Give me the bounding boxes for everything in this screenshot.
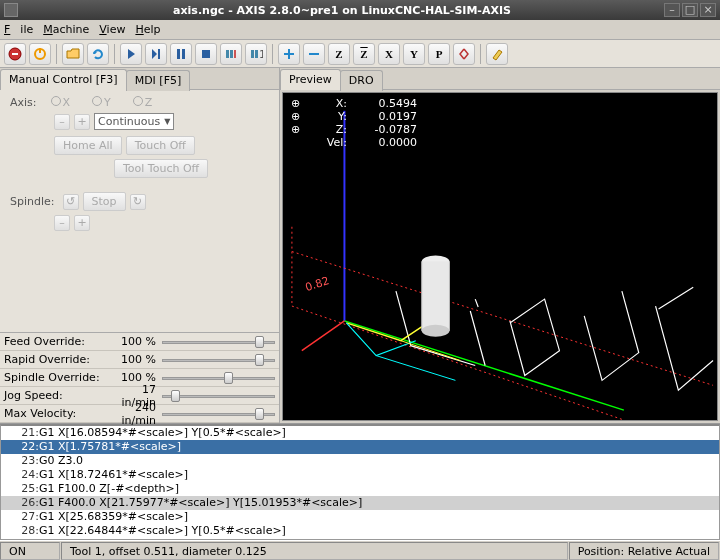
feed-override-value: 100 %: [114, 335, 162, 348]
gcode-line[interactable]: 21: G1 X[16.08594*#<scale>] Y[0.5*#<scal…: [1, 426, 719, 440]
svg-point-28: [422, 325, 450, 337]
run-icon[interactable]: [120, 43, 142, 65]
feed-override-slider[interactable]: [162, 336, 275, 348]
svg-rect-5: [177, 49, 180, 59]
open-file-icon[interactable]: [62, 43, 84, 65]
jog-mode-select[interactable]: Continuous▼: [94, 113, 174, 130]
spindle-override-label: Spindle Override:: [4, 371, 114, 384]
gcode-listing[interactable]: 21: G1 X[16.08594*#<scale>] Y[0.5*#<scal…: [0, 424, 720, 540]
svg-line-21: [292, 306, 624, 420]
statusbar: ON Tool 1, offset 0.511, diameter 0.125 …: [0, 540, 720, 560]
svg-rect-9: [230, 50, 233, 58]
overrides-panel: Feed Override: 100 % Rapid Override: 100…: [0, 332, 279, 423]
axis-label: Axis:: [10, 96, 37, 109]
menu-machine[interactable]: Machine: [43, 23, 89, 36]
jog-minus-button[interactable]: –: [54, 114, 70, 130]
spindle-cw-button[interactable]: ↻: [130, 194, 146, 210]
skip-lines-icon[interactable]: [220, 43, 242, 65]
jog-speed-slider[interactable]: [162, 390, 275, 402]
dro-y-value: 0.0197: [347, 110, 417, 123]
clear-plot-icon[interactable]: [486, 43, 508, 65]
svg-rect-6: [182, 49, 185, 59]
spindle-override-slider[interactable]: [162, 372, 275, 384]
window-titlebar: axis.ngc - AXIS 2.8.0~pre1 on LinuxCNC-H…: [0, 0, 720, 20]
axis-y-radio[interactable]: Y: [92, 96, 111, 109]
view-y-icon[interactable]: Y: [403, 43, 425, 65]
reload-icon[interactable]: [87, 43, 109, 65]
axis-z-radio[interactable]: Z: [133, 96, 153, 109]
estop-icon[interactable]: [4, 43, 26, 65]
zoom-in-icon[interactable]: [278, 43, 300, 65]
max-velocity-label: Max Velocity:: [4, 407, 114, 420]
svg-rect-4: [158, 49, 160, 59]
preview-3d-view[interactable]: 0.82 ⊕X:0.5494 ⊕Y:0.0197 ⊕Z:-0.0787 Vel:…: [282, 92, 718, 421]
home-all-button[interactable]: Home All: [54, 136, 122, 155]
view-rotate-icon[interactable]: [453, 43, 475, 65]
minimize-button[interactable]: –: [664, 3, 680, 17]
tab-preview[interactable]: Preview: [280, 69, 341, 90]
tool-touch-off-button[interactable]: Tool Touch Off: [114, 159, 208, 178]
status-on: ON: [0, 542, 60, 560]
view-x-icon[interactable]: X: [378, 43, 400, 65]
svg-line-18: [344, 321, 623, 410]
svg-rect-27: [422, 261, 450, 330]
zoom-out-icon[interactable]: [303, 43, 325, 65]
jog-speed-label: Jog Speed:: [4, 389, 114, 402]
spindle-minus-button[interactable]: –: [54, 215, 70, 231]
dro-z-value: -0.0787: [347, 123, 417, 136]
svg-rect-12: [255, 50, 258, 58]
svg-line-19: [302, 321, 345, 351]
axis-x-radio[interactable]: X: [51, 96, 71, 109]
step-icon[interactable]: [145, 43, 167, 65]
gcode-line[interactable]: 24: G1 X[18.72461*#<scale>]: [1, 468, 719, 482]
dro-x-value: 0.5494: [347, 97, 417, 110]
svg-rect-10: [234, 50, 236, 58]
power-icon[interactable]: [29, 43, 51, 65]
gcode-line[interactable]: 27: G1 X[25.68359*#<scale>]: [1, 510, 719, 524]
gcode-line[interactable]: 26: G1 F400.0 X[21.75977*#<scale>] Y[15.…: [1, 496, 719, 510]
rapid-override-slider[interactable]: [162, 354, 275, 366]
view-z2-icon[interactable]: Z: [353, 43, 375, 65]
status-position: Position: Relative Actual: [569, 542, 719, 560]
spindle-plus-button[interactable]: +: [74, 215, 90, 231]
app-icon: [4, 3, 18, 17]
menu-file[interactable]: File: [4, 23, 33, 36]
gcode-line[interactable]: 28: G1 X[22.64844*#<scale>] Y[0.5*#<scal…: [1, 524, 719, 538]
menu-help[interactable]: Help: [135, 23, 160, 36]
max-velocity-value: 240 in/min: [114, 401, 162, 427]
jog-plus-button[interactable]: +: [74, 114, 90, 130]
gcode-line[interactable]: 23: G0 Z3.0: [1, 454, 719, 468]
view-p-icon[interactable]: P: [428, 43, 450, 65]
status-tool: Tool 1, offset 0.511, diameter 0.125: [61, 542, 568, 560]
tab-dro[interactable]: DRO: [340, 70, 383, 91]
svg-line-20: [292, 252, 713, 386]
dro-overlay: ⊕X:0.5494 ⊕Y:0.0197 ⊕Z:-0.0787 Vel:0.000…: [291, 97, 417, 149]
spindle-stop-button[interactable]: Stop: [83, 192, 126, 211]
rapid-override-value: 100 %: [114, 353, 162, 366]
menu-view[interactable]: View: [99, 23, 125, 36]
touch-off-button[interactable]: Touch Off: [126, 136, 195, 155]
feed-override-label: Feed Override:: [4, 335, 114, 348]
maximize-button[interactable]: □: [682, 3, 698, 17]
pause-icon[interactable]: [170, 43, 192, 65]
toolbar: 1 Z Z X Y P: [0, 40, 720, 68]
spindle-ccw-button[interactable]: ↺: [63, 194, 79, 210]
view-z-icon[interactable]: Z: [328, 43, 350, 65]
svg-rect-8: [226, 50, 229, 58]
gcode-line[interactable]: 22: G1 X[1.75781*#<scale>]: [1, 440, 719, 454]
tab-mdi[interactable]: MDI [F5]: [126, 70, 191, 91]
right-tabs: Preview DRO: [280, 68, 720, 90]
max-velocity-slider[interactable]: [162, 408, 275, 420]
close-button[interactable]: ×: [700, 3, 716, 17]
rapid-override-label: Rapid Override:: [4, 353, 114, 366]
svg-rect-1: [12, 53, 18, 55]
optional-stop-icon[interactable]: 1: [245, 43, 267, 65]
tab-manual-control[interactable]: Manual Control [F3]: [0, 69, 127, 90]
gcode-line[interactable]: 25: G1 F100.0 Z[-#<depth>]: [1, 482, 719, 496]
left-tabs: Manual Control [F3] MDI [F5]: [0, 68, 279, 90]
svg-rect-11: [251, 50, 254, 58]
stop-icon[interactable]: [195, 43, 217, 65]
dro-vel-value: 0.0000: [347, 136, 417, 149]
window-title: axis.ngc - AXIS 2.8.0~pre1 on LinuxCNC-H…: [22, 4, 662, 17]
svg-line-24: [376, 356, 455, 381]
